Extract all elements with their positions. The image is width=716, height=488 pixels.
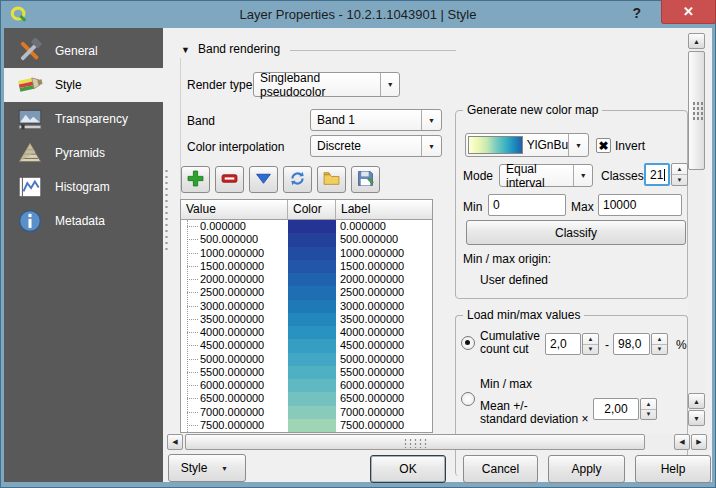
remove-entry-button[interactable] — [215, 166, 244, 193]
value-cell[interactable]: 500.000000 — [181, 233, 288, 246]
table-row[interactable]: 1500.000000 1500.000000 — [181, 260, 432, 273]
spin-down-icon[interactable]: ▼ — [652, 345, 667, 355]
value-cell[interactable]: 1000.000000 — [181, 247, 288, 260]
value-cell[interactable]: 7500.000000 — [181, 419, 288, 432]
color-swatch-cell[interactable] — [288, 366, 336, 379]
color-swatch-cell[interactable] — [288, 260, 336, 273]
style-menu-button[interactable]: Style ▼ — [168, 454, 246, 482]
classify-button[interactable]: Classify — [466, 220, 686, 245]
save-color-map-to-file-button[interactable] — [351, 166, 380, 193]
help-titlebar-button[interactable]: ? — [632, 5, 641, 21]
spin-up-icon[interactable]: ▲ — [672, 164, 687, 175]
sort-entries-button[interactable] — [249, 166, 278, 193]
label-cell[interactable]: 500.000000 — [336, 233, 432, 246]
scroll-up-button[interactable]: ▲ — [688, 33, 705, 49]
table-row[interactable]: 5000.000000 5000.000000 — [181, 353, 432, 366]
table-row[interactable]: 500.000000 500.000000 — [181, 233, 432, 246]
cumulative-count-cut-radio[interactable] — [461, 336, 475, 350]
sidebar-item-metadata[interactable]: Metadata — [4, 204, 163, 238]
scroll-up-button-bottom[interactable]: ▲ — [688, 393, 705, 409]
stddev-spinbox[interactable]: 2,00 ▲ ▼ — [593, 398, 657, 420]
color-swatch-cell[interactable] — [288, 379, 336, 392]
color-swatch-cell[interactable] — [288, 233, 336, 246]
spin-down-icon[interactable]: ▼ — [672, 175, 687, 185]
max-input[interactable]: 10000 — [598, 194, 682, 216]
sidebar-item-histogram[interactable]: Histogram — [4, 170, 163, 204]
label-cell[interactable]: 3000.000000 — [336, 300, 432, 313]
label-cell[interactable]: 3500.000000 — [336, 313, 432, 326]
color-swatch-cell[interactable] — [288, 419, 336, 432]
spin-up-icon[interactable]: ▲ — [652, 334, 667, 345]
value-cell[interactable]: 6000.000000 — [181, 379, 288, 392]
cumulative-high-field[interactable]: 98,0 — [613, 333, 650, 355]
cancel-button[interactable]: Cancel — [463, 455, 538, 483]
table-row[interactable]: 6000.000000 6000.000000 — [181, 379, 432, 392]
color-swatch-cell[interactable] — [288, 286, 336, 299]
titlebar[interactable]: Layer Properties - 10.2.1.1043901 | Styl… — [0, 0, 716, 28]
add-entry-button[interactable] — [181, 166, 210, 193]
stddev-field[interactable]: 2,00 — [593, 398, 639, 420]
label-cell[interactable]: 2000.000000 — [336, 273, 432, 286]
color-ramp-select[interactable]: YlGnBu ▼ — [465, 133, 589, 157]
scroll-right-button[interactable]: ▶ — [691, 434, 707, 450]
value-cell[interactable]: 7000.000000 — [181, 406, 288, 419]
column-header-color[interactable]: Color — [288, 200, 336, 220]
table-row[interactable]: 7500.000000 7500.000000 — [181, 419, 432, 432]
close-button[interactable]: ✕ — [661, 0, 716, 24]
column-header-label[interactable]: Label — [336, 200, 432, 220]
horizontal-scrollbar-thumb[interactable] — [185, 434, 645, 450]
table-row[interactable]: 3500.000000 3500.000000 — [181, 313, 432, 326]
vertical-scrollbar[interactable]: ▲ ▲ ▼ — [688, 33, 705, 427]
label-cell[interactable]: 4500.000000 — [336, 339, 432, 352]
color-swatch-cell[interactable] — [288, 220, 336, 233]
table-row[interactable]: 7000.000000 7000.000000 — [181, 406, 432, 419]
spin-down-icon[interactable]: ▼ — [583, 345, 598, 355]
scroll-left-button-right[interactable]: ◀ — [674, 434, 690, 450]
label-cell[interactable]: 6500.000000 — [336, 392, 432, 405]
value-cell[interactable]: 5500.000000 — [181, 366, 288, 379]
label-cell[interactable]: 1500.000000 — [336, 260, 432, 273]
color-swatch-cell[interactable] — [288, 392, 336, 405]
spin-up-icon[interactable]: ▲ — [583, 334, 598, 345]
table-row[interactable]: 6500.000000 6500.000000 — [181, 392, 432, 405]
invert-checkbox[interactable]: ✖ — [596, 138, 611, 153]
value-cell[interactable]: 3500.000000 — [181, 313, 288, 326]
stddev-spin-arrows[interactable]: ▲ ▼ — [640, 398, 657, 420]
label-cell[interactable]: 7500.000000 — [336, 419, 432, 432]
color-swatch-cell[interactable] — [288, 247, 336, 260]
value-cell[interactable]: 3000.000000 — [181, 300, 288, 313]
value-cell[interactable]: 2500.000000 — [181, 286, 288, 299]
label-cell[interactable]: 7000.000000 — [336, 406, 432, 419]
table-row[interactable]: 4000.000000 4000.000000 — [181, 326, 432, 339]
label-cell[interactable]: 1000.000000 — [336, 247, 432, 260]
cumulative-low-spin-arrows[interactable]: ▲ ▼ — [582, 333, 599, 355]
value-cell[interactable]: 4500.000000 — [181, 339, 288, 352]
cumulative-low-spinbox[interactable]: 2,0 ▲ ▼ — [545, 333, 599, 355]
color-interpolation-select[interactable]: Discrete ▼ — [310, 135, 442, 157]
value-cell[interactable]: 2000.000000 — [181, 273, 288, 286]
cumulative-high-spin-arrows[interactable]: ▲ ▼ — [651, 333, 668, 355]
scroll-down-button[interactable]: ▼ — [688, 410, 705, 426]
table-row[interactable]: 5500.000000 5500.000000 — [181, 366, 432, 379]
label-cell[interactable]: 5000.000000 — [336, 353, 432, 366]
mode-select[interactable]: Equal interval ▼ — [499, 164, 593, 187]
apply-button[interactable]: Apply — [548, 455, 625, 483]
load-color-map-from-file-button[interactable] — [317, 166, 346, 193]
render-type-select[interactable]: Singleband pseudocolor ▼ — [253, 72, 400, 97]
sidebar-item-style[interactable]: Style — [4, 68, 163, 102]
scroll-left-button[interactable]: ◀ — [167, 434, 183, 450]
band-select[interactable]: Band 1 ▼ — [310, 109, 442, 131]
load-color-map-from-band-button[interactable] — [283, 166, 312, 193]
minmax-radio[interactable] — [461, 392, 475, 406]
value-cell[interactable]: 1500.000000 — [181, 260, 288, 273]
sidebar-item-pyramids[interactable]: Pyramids — [4, 136, 163, 170]
sidebar-splitter-handle[interactable] — [164, 168, 169, 253]
color-swatch-cell[interactable] — [288, 313, 336, 326]
min-input[interactable]: 0 — [488, 194, 566, 216]
color-swatch-cell[interactable] — [288, 326, 336, 339]
label-cell[interactable]: 0.000000 — [336, 220, 432, 233]
sidebar-item-general[interactable]: General — [4, 34, 163, 68]
color-swatch-cell[interactable] — [288, 300, 336, 313]
value-cell[interactable]: 4000.000000 — [181, 326, 288, 339]
table-row[interactable]: 4500.000000 4500.000000 — [181, 339, 432, 352]
